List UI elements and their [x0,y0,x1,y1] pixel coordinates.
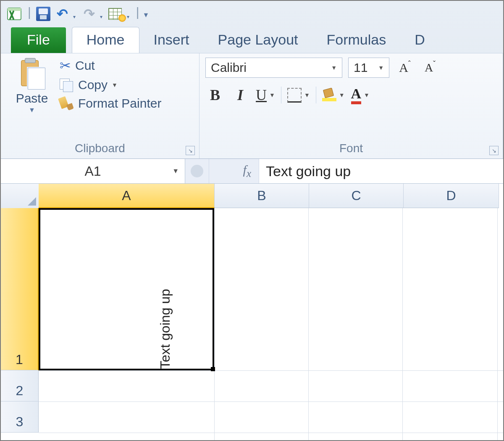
ribbon: Paste ▼ ✂ Cut Copy ▼ Format Painter [1,53,503,159]
qat-separator: | [28,5,31,19]
group-clipboard: Paste ▼ ✂ Cut Copy ▼ Format Painter [1,53,200,158]
cancel-formula-button [185,159,209,183]
cell-value: Text going up [158,215,173,369]
chevron-down-icon: ▼ [269,92,275,98]
tab-insert[interactable]: Insert [139,27,204,53]
gridline [39,433,503,433]
divider [316,87,316,103]
tab-file[interactable]: File [11,27,66,53]
tab-home[interactable]: Home [72,27,139,53]
paste-button[interactable]: Paste ▼ [7,58,57,138]
font-color-button[interactable]: A▼ [351,85,370,105]
name-box-value: A1 [84,164,101,179]
copy-icon [60,79,74,91]
qat-separator: | [136,5,139,19]
font-name-value: Calibri [211,61,247,75]
paste-label: Paste [7,91,57,106]
border-button[interactable]: ▼ [287,85,310,105]
fill-handle[interactable] [211,367,215,371]
tab-data[interactable]: D [400,27,439,53]
tab-page-layout[interactable]: Page Layout [204,27,312,53]
redo-dropdown[interactable]: ▾ [100,8,106,20]
font-color-icon: A [351,86,362,104]
gridline [39,401,503,402]
divider [281,87,281,103]
gridline [402,208,403,440]
cut-button[interactable]: ✂ Cut [60,58,193,74]
redo-button[interactable]: ↷ [81,5,98,23]
fill-color-button[interactable]: ▼ [322,85,345,105]
column-header-A[interactable]: A [39,184,215,208]
fx-label[interactable]: fx [209,163,259,180]
gridline [497,208,498,440]
new-sheet-button[interactable] [108,5,125,23]
copy-button[interactable]: Copy ▼ [60,78,193,92]
bold-button[interactable]: B [205,85,225,105]
column-header-C[interactable]: C [309,184,404,208]
customize-qat-dropdown[interactable]: ▼ [143,9,149,19]
undo-dropdown[interactable]: ▾ [73,8,79,20]
tab-formulas[interactable]: Formulas [312,27,400,53]
gridline [39,370,503,371]
selected-cell[interactable]: Text going up [39,208,214,370]
group-label-font: Font ↘ [200,140,503,158]
quick-access-toolbar: | ↶ ▾ ↷ ▾ ▾ | ▼ [1,1,503,27]
row-header-1[interactable]: 1 [1,208,39,370]
border-icon [287,88,302,103]
copy-dropdown[interactable]: ▼ [112,82,118,88]
copy-label: Copy [78,78,108,92]
font-name-combo[interactable]: Calibri ▼ [205,58,342,78]
format-painter-button[interactable]: Format Painter [60,96,193,111]
clipboard-launcher[interactable]: ↘ [186,146,195,155]
row-header-3[interactable]: 3 [1,401,39,433]
save-button[interactable] [34,5,52,23]
formula-bar[interactable]: Text going up [259,159,503,183]
decrease-font-button[interactable]: Aˇ [420,58,440,77]
cut-label: Cut [75,58,95,73]
format-painter-icon [60,97,74,110]
formula-value: Text going up [266,163,351,180]
column-header-B[interactable]: B [215,184,309,208]
gridline [308,208,309,440]
row-header-2[interactable]: 2 [1,370,39,401]
italic-button[interactable]: I [231,85,250,105]
chevron-down-icon: ▼ [172,167,179,175]
paste-dropdown[interactable]: ▼ [7,106,57,114]
gridline [214,208,215,440]
font-launcher[interactable]: ↘ [489,146,499,155]
scissors-icon: ✂ [60,58,71,74]
group-label-clipboard: Clipboard ↘ [1,140,199,158]
increase-font-button[interactable]: Aˆ [395,58,415,77]
column-header-D[interactable]: D [404,184,499,208]
new-sheet-dropdown[interactable]: ▾ [127,8,133,20]
chevron-down-icon: ▼ [378,64,384,71]
svg-rect-1 [8,8,21,11]
select-all-corner[interactable] [1,184,39,209]
formula-bar-row: A1 ▼ fx Text going up [1,159,503,184]
undo-button[interactable]: ↶ [54,5,71,23]
group-font: Calibri ▼ 11 ▼ Aˆ Aˇ B I U▼ ▼ [200,53,503,158]
name-box[interactable]: A1 ▼ [1,159,185,183]
ribbon-tabs: File Home Insert Page Layout Formulas D [1,27,503,53]
worksheet-grid[interactable]: ABCD 123 Text going up [1,184,503,440]
chevron-down-icon: ▼ [331,64,337,71]
font-size-combo[interactable]: 11 ▼ [348,58,389,78]
paste-icon [18,58,45,90]
font-size-value: 11 [354,61,368,75]
format-painter-label: Format Painter [78,96,161,111]
underline-button[interactable]: U▼ [256,85,275,105]
fill-bucket-icon [322,89,336,101]
excel-app-icon[interactable] [7,6,22,21]
